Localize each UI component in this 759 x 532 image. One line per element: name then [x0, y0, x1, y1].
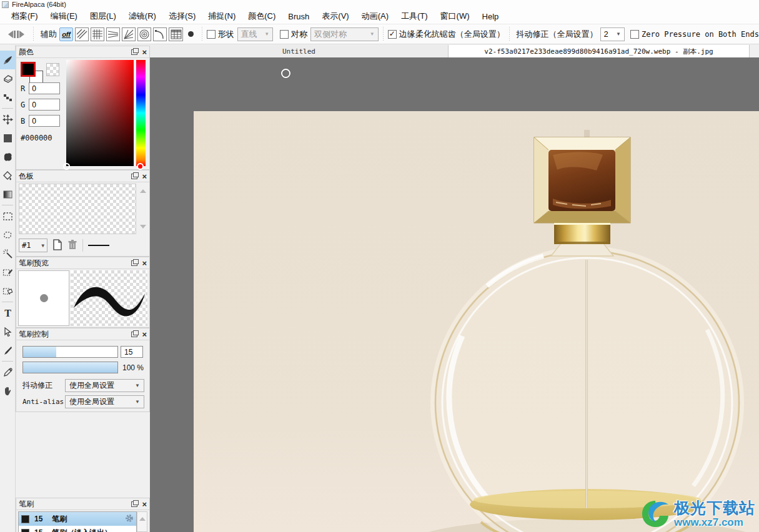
hue-slider[interactable]: [136, 60, 146, 166]
menu-layer[interactable]: 图层(L): [84, 9, 122, 24]
close-panel-icon[interactable]: ×: [142, 259, 147, 267]
shape-checkbox[interactable]: [207, 30, 216, 39]
eraser-tool-icon[interactable]: [0, 69, 15, 88]
scroll-down-icon[interactable]: [140, 225, 146, 232]
jitter-correction-dropdown[interactable]: 使用全局设置▼: [65, 379, 144, 392]
back-arrow-icon: [4, 31, 13, 38]
menu-color[interactable]: 颜色(C): [242, 9, 282, 24]
menu-tools[interactable]: 工具(T): [395, 9, 434, 24]
color-panel-header[interactable]: 颜色 ×: [16, 46, 149, 58]
bucket-tool-icon[interactable]: [0, 166, 15, 185]
float-panel-icon[interactable]: [131, 49, 137, 55]
float-panel-icon[interactable]: [131, 260, 137, 266]
float-panel-icon[interactable]: [131, 332, 137, 337]
assist-concentric-icon[interactable]: [137, 27, 151, 41]
assist-parallel-icon[interactable]: [75, 27, 89, 41]
edge-antialias-checkbox[interactable]: [388, 30, 397, 39]
b-input[interactable]: [29, 115, 60, 127]
assist-off-button[interactable]: off: [59, 27, 73, 41]
antialias-row: Anti-alias 使用全局设置▼: [22, 395, 144, 408]
menu-brush[interactable]: Brush: [282, 10, 315, 23]
brush-opacity-slider[interactable]: [22, 362, 118, 373]
close-panel-icon[interactable]: ×: [142, 330, 147, 338]
scroll-up-icon[interactable]: [139, 514, 146, 521]
select-eraser-tool-icon[interactable]: [0, 282, 15, 300]
move-tool-icon[interactable]: [0, 110, 15, 129]
redo-button[interactable]: [16, 27, 29, 41]
transparent-color-swatch[interactable]: [46, 63, 59, 76]
assist-rays-icon[interactable]: [122, 27, 136, 41]
magic-wand-tool-icon[interactable]: [0, 244, 15, 263]
palette-swatch-area[interactable]: [19, 184, 136, 234]
zero-pressure-row: Zero Pressure on Both Ends: [630, 30, 759, 39]
select-rect-tool-icon[interactable]: [0, 207, 15, 225]
zero-pressure-checkbox[interactable]: [630, 30, 639, 39]
palette-scrollbar[interactable]: [138, 184, 148, 234]
float-panel-icon[interactable]: [131, 501, 137, 507]
symmetry-dropdown[interactable]: 双侧对称▼: [310, 27, 379, 41]
scroll-up-icon[interactable]: [140, 186, 146, 193]
select-pen-tool-icon[interactable]: [0, 263, 15, 282]
palette-delete-icon[interactable]: [67, 239, 77, 252]
menu-edit[interactable]: 编辑(E): [44, 9, 84, 24]
brush-list-item[interactable]: 15 笔刷: [19, 512, 136, 526]
tab-active-document[interactable]: v2-f53a0217e233deae899d80b9416a91ad_720w…: [449, 45, 750, 57]
palette-slot-dropdown[interactable]: #1▼: [19, 239, 47, 252]
menu-select[interactable]: 选择(S): [162, 9, 202, 24]
menu-help[interactable]: Help: [476, 10, 505, 23]
brush-preview-header[interactable]: 笔刷预览 ×: [16, 257, 149, 269]
menu-window[interactable]: 窗口(W): [434, 9, 476, 24]
operation-tool-icon[interactable]: [0, 322, 15, 341]
saturation-value-picker[interactable]: [66, 60, 134, 166]
menu-snap[interactable]: 捕捉(N): [202, 9, 242, 24]
g-input[interactable]: [29, 99, 60, 111]
gradient-tool-icon[interactable]: [0, 185, 15, 204]
fill-shape-tool-icon[interactable]: [0, 129, 15, 147]
hand-tool-icon[interactable]: [0, 382, 15, 400]
brush-list-header[interactable]: 笔刷 ×: [16, 498, 149, 510]
close-panel-icon[interactable]: ×: [142, 500, 147, 508]
tab-untitled[interactable]: Untitled: [150, 45, 449, 57]
brush-control-header[interactable]: 笔刷控制 ×: [16, 328, 149, 340]
menu-filter[interactable]: 滤镜(R): [122, 9, 162, 24]
palette-new-icon[interactable]: [52, 239, 62, 252]
palette-panel-header[interactable]: 色板 ×: [16, 170, 149, 182]
divide-tool-icon[interactable]: [0, 341, 15, 360]
canvas-area[interactable]: 极光下载站 www.xz7.com: [150, 57, 759, 532]
close-panel-icon[interactable]: ×: [142, 48, 147, 56]
menu-view[interactable]: 表示(V): [315, 9, 355, 24]
shape-dropdown[interactable]: 直线▼: [237, 27, 274, 41]
assist-dot-button[interactable]: [185, 27, 197, 41]
undo-button[interactable]: [4, 27, 16, 41]
brush-tool-icon[interactable]: [0, 51, 15, 69]
brush-size-slider[interactable]: [22, 346, 118, 358]
brush-size-value[interactable]: 15: [121, 346, 143, 358]
brush-stroke-preview: [71, 270, 147, 326]
assist-curve-icon[interactable]: [153, 27, 167, 41]
symmetry-checkbox[interactable]: [280, 30, 289, 39]
close-panel-icon[interactable]: ×: [142, 172, 147, 180]
antialias-dropdown[interactable]: 使用全局设置▼: [65, 395, 144, 408]
brush-list-scrollbar[interactable]: [137, 511, 147, 532]
foreground-color-swatch[interactable]: [21, 62, 36, 77]
dot-tool-icon[interactable]: [0, 88, 15, 107]
tool-strip: T: [0, 45, 16, 532]
sv-cursor-icon[interactable]: [63, 163, 70, 170]
document-image[interactable]: 极光下载站 www.xz7.com: [194, 111, 759, 532]
menu-animation[interactable]: 动画(A): [355, 9, 395, 24]
brush-control-title: 笔刷控制: [19, 329, 131, 340]
menu-file[interactable]: 档案(F): [5, 9, 44, 24]
text-tool-icon[interactable]: T: [0, 303, 15, 322]
lasso-tool-icon[interactable]: [0, 225, 15, 244]
gear-icon[interactable]: [125, 514, 134, 525]
float-panel-icon[interactable]: [131, 174, 137, 179]
jitter-dropdown[interactable]: 2▼: [600, 27, 625, 41]
blur-tool-icon[interactable]: [0, 147, 15, 166]
brush-list-item[interactable]: 15 笔刷（淡入淡出）: [19, 526, 136, 532]
assist-table-icon[interactable]: [169, 27, 182, 41]
eyedropper-tool-icon[interactable]: [0, 363, 15, 382]
r-input[interactable]: [29, 82, 60, 94]
assist-vanishing-icon[interactable]: [106, 27, 120, 41]
hue-cursor-icon[interactable]: [137, 163, 144, 170]
assist-grid-icon[interactable]: [91, 27, 104, 41]
